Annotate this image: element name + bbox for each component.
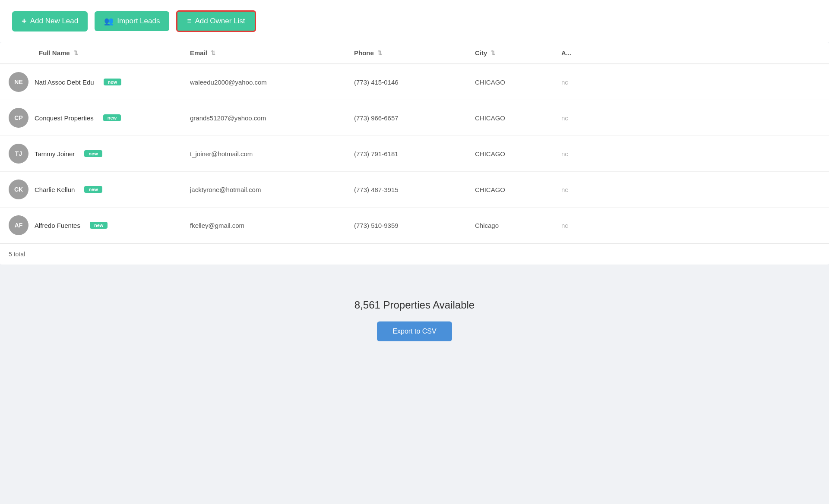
total-count: 5 total bbox=[9, 251, 25, 258]
export-csv-button[interactable]: Export to CSV bbox=[377, 321, 452, 341]
col-phone: Phone ⇅ bbox=[345, 42, 466, 63]
cell-extra-0: nc bbox=[553, 71, 829, 94]
sort-city-icon[interactable]: ⇅ bbox=[490, 50, 495, 56]
cell-phone-0: (773) 415-0146 bbox=[345, 71, 466, 94]
cell-city-2: CHICAGO bbox=[466, 142, 553, 165]
table-row[interactable]: NE Natl Assoc Debt Edu new waleedu2000@y… bbox=[0, 64, 829, 100]
cell-name-4: AF Alfredo Fuentes new bbox=[0, 208, 181, 243]
cell-name-2: TJ Tammy Joiner new bbox=[0, 136, 181, 171]
cell-name-3: CK Charlie Kellun new bbox=[0, 172, 181, 207]
import-leads-button[interactable]: 👥 Import Leads bbox=[95, 11, 169, 31]
sort-email-icon[interactable]: ⇅ bbox=[211, 50, 215, 56]
table-header: Full Name ⇅ Email ⇅ Phone ⇅ City ⇅ A... bbox=[0, 42, 829, 64]
properties-available-text: 8,561 Properties Available bbox=[354, 299, 475, 311]
add-owner-list-label: Add Owner List bbox=[195, 17, 245, 25]
cell-city-3: CHICAGO bbox=[466, 178, 553, 201]
avatar-3: CK bbox=[9, 180, 28, 199]
table-row[interactable]: AF Alfredo Fuentes new fkelley@gmail.com… bbox=[0, 208, 829, 243]
add-new-lead-button[interactable]: + Add New Lead bbox=[12, 11, 88, 32]
badge-new-4: new bbox=[90, 222, 108, 229]
col-city: City ⇅ bbox=[466, 42, 553, 63]
badge-new-2: new bbox=[84, 150, 102, 157]
cell-name-0: NE Natl Assoc Debt Edu new bbox=[0, 64, 181, 100]
cell-phone-3: (773) 487-3915 bbox=[345, 178, 466, 201]
cell-phone-2: (773) 791-6181 bbox=[345, 142, 466, 165]
cell-phone-4: (773) 510-9359 bbox=[345, 214, 466, 237]
add-new-lead-label: Add New Lead bbox=[30, 17, 79, 25]
table-footer: 5 total bbox=[0, 243, 829, 265]
export-csv-label: Export to CSV bbox=[392, 328, 436, 335]
leads-table: Full Name ⇅ Email ⇅ Phone ⇅ City ⇅ A... … bbox=[0, 42, 829, 265]
badge-new-0: new bbox=[104, 79, 121, 85]
col-extra: A... bbox=[553, 42, 829, 63]
cell-city-0: CHICAGO bbox=[466, 71, 553, 94]
avatar-2: TJ bbox=[9, 144, 28, 164]
cell-email-3: jacktyrone@hotmail.com bbox=[181, 178, 345, 201]
cell-city-4: Chicago bbox=[466, 214, 553, 237]
table-body: NE Natl Assoc Debt Edu new waleedu2000@y… bbox=[0, 64, 829, 243]
avatar-4: AF bbox=[9, 215, 28, 235]
col-fullname: Full Name ⇅ bbox=[0, 42, 181, 63]
plus-icon: + bbox=[22, 16, 27, 26]
name-text-3: Charlie Kellun bbox=[35, 186, 75, 193]
import-leads-label: Import Leads bbox=[117, 17, 160, 25]
cell-extra-2: nc bbox=[553, 142, 829, 165]
cell-city-1: CHICAGO bbox=[466, 107, 553, 129]
table-row[interactable]: CP Conquest Properties new grands51207@y… bbox=[0, 100, 829, 136]
badge-new-3: new bbox=[84, 186, 102, 193]
cell-extra-4: nc bbox=[553, 214, 829, 237]
table-row[interactable]: TJ Tammy Joiner new t_joiner@hotmail.com… bbox=[0, 136, 829, 172]
cell-email-0: waleedu2000@yahoo.com bbox=[181, 71, 345, 94]
sort-fullname-icon[interactable]: ⇅ bbox=[73, 50, 78, 56]
avatar-0: NE bbox=[9, 72, 28, 92]
sort-phone-icon[interactable]: ⇅ bbox=[377, 50, 382, 56]
cell-email-4: fkelley@gmail.com bbox=[181, 214, 345, 237]
cell-phone-1: (773) 966-6657 bbox=[345, 107, 466, 129]
cell-email-1: grands51207@yahoo.com bbox=[181, 107, 345, 129]
name-text-2: Tammy Joiner bbox=[35, 150, 75, 158]
add-owner-list-button[interactable]: ≡ Add Owner List bbox=[176, 10, 256, 32]
cell-name-1: CP Conquest Properties new bbox=[0, 100, 181, 135]
cell-extra-3: nc bbox=[553, 178, 829, 201]
import-leads-icon: 👥 bbox=[104, 16, 114, 26]
name-text-0: Natl Assoc Debt Edu bbox=[35, 79, 94, 86]
name-text-4: Alfredo Fuentes bbox=[35, 222, 80, 229]
col-email: Email ⇅ bbox=[181, 42, 345, 63]
bottom-section: 8,561 Properties Available Export to CSV bbox=[0, 265, 829, 376]
toolbar: + Add New Lead 👥 Import Leads ≡ Add Owne… bbox=[0, 0, 829, 42]
cell-email-2: t_joiner@hotmail.com bbox=[181, 142, 345, 165]
badge-new-1: new bbox=[103, 114, 121, 121]
name-text-1: Conquest Properties bbox=[35, 114, 94, 122]
cell-extra-1: nc bbox=[553, 107, 829, 129]
list-icon: ≡ bbox=[187, 17, 191, 25]
table-row[interactable]: CK Charlie Kellun new jacktyrone@hotmail… bbox=[0, 172, 829, 208]
avatar-1: CP bbox=[9, 108, 28, 128]
